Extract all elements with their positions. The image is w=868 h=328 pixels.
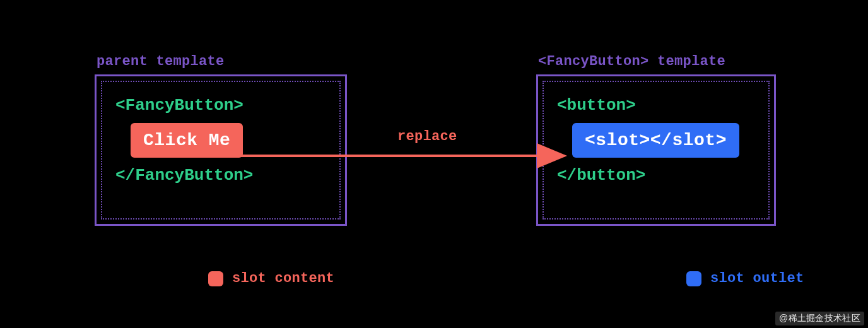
slot-outlet-chip: <slot></slot> xyxy=(572,123,739,158)
legend-slot-content-label: slot content xyxy=(232,271,334,286)
parent-template-label: parent template xyxy=(97,54,225,69)
legend-slot-content: slot content xyxy=(208,271,334,286)
button-open-tag: <button> xyxy=(557,94,755,117)
replace-arrow-label: replace xyxy=(397,129,457,144)
component-template-label: <FancyButton> template xyxy=(538,54,725,69)
slot-outlet-swatch-icon xyxy=(686,271,701,286)
slot-content-swatch-icon xyxy=(208,271,223,286)
button-close-tag: </button> xyxy=(557,164,755,187)
replace-arrow xyxy=(233,146,574,165)
legend-slot-outlet: slot outlet xyxy=(686,271,804,286)
slot-content-chip: Click Me xyxy=(131,123,243,158)
legend-slot-outlet-label: slot outlet xyxy=(710,271,804,286)
watermark: @稀土掘金技术社区 xyxy=(775,312,864,325)
fancybutton-open-tag: <FancyButton> xyxy=(115,94,326,117)
diagram-stage: parent template <FancyButton> Click Me <… xyxy=(0,0,868,328)
fancybutton-close-tag: </FancyButton> xyxy=(115,164,326,187)
